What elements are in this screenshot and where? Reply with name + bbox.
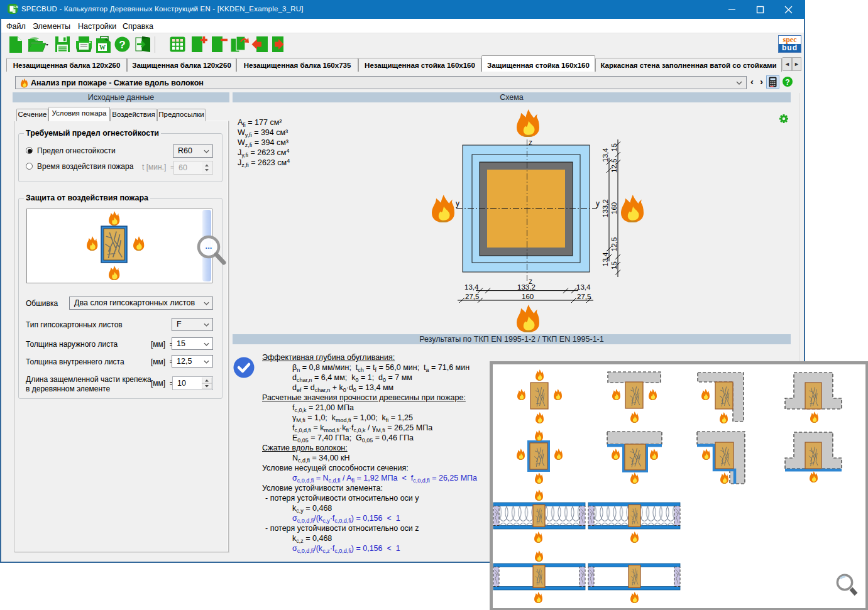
svg-text:27,5: 27,5 bbox=[465, 293, 479, 300]
svg-text:EN: EN bbox=[14, 5, 19, 9]
svg-text:15: 15 bbox=[610, 261, 618, 270]
svg-text:z: z bbox=[529, 138, 532, 147]
svg-text:...: ... bbox=[206, 241, 212, 251]
svg-text:y: y bbox=[456, 199, 459, 208]
svg-text:160: 160 bbox=[522, 293, 534, 300]
svg-text:15: 15 bbox=[610, 143, 618, 151]
svg-text:13,4: 13,4 bbox=[602, 252, 609, 266]
svg-text:y: y bbox=[596, 199, 600, 208]
svg-text:13,4: 13,4 bbox=[576, 283, 591, 291]
svg-text:13,4: 13,4 bbox=[464, 283, 479, 291]
svg-text:?: ? bbox=[785, 78, 789, 87]
svg-text:W: W bbox=[99, 44, 106, 51]
svg-text:160: 160 bbox=[610, 202, 618, 214]
svg-text:?: ? bbox=[119, 39, 125, 51]
svg-text:12,5: 12,5 bbox=[610, 159, 618, 173]
svg-text:27,5: 27,5 bbox=[577, 293, 591, 300]
svg-text:13,4: 13,4 bbox=[602, 148, 609, 162]
svg-text:133,2: 133,2 bbox=[517, 283, 536, 291]
svg-text:12,5: 12,5 bbox=[610, 237, 618, 251]
svg-text:133,2: 133,2 bbox=[602, 199, 609, 217]
